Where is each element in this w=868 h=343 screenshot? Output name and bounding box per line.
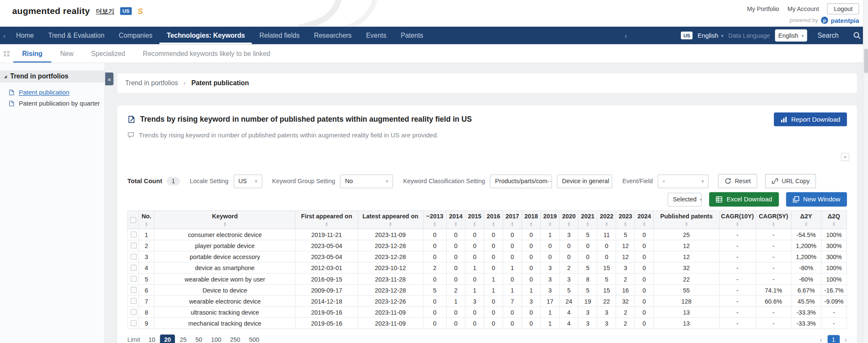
nav-scroll-right-icon[interactable]: › — [621, 27, 630, 45]
prev-page-button[interactable]: ‹ — [820, 335, 823, 343]
excel-download-button[interactable]: Excel Download — [709, 192, 779, 206]
sort-icons[interactable]: ▲▼ — [655, 221, 718, 227]
sort-desc-icon[interactable]: ▼ — [529, 224, 533, 227]
column-header-2020[interactable]: 2020▲▼ — [559, 211, 578, 229]
more-link[interactable]: 더보기 — [96, 7, 114, 15]
sort-desc-icon[interactable]: ▼ — [586, 224, 590, 227]
limit-option-50[interactable]: 50 — [192, 335, 206, 343]
my-portfolio-link[interactable]: My Portfolio — [747, 6, 779, 12]
sort-icons[interactable]: ▲▼ — [618, 221, 634, 227]
limit-option-25[interactable]: 25 — [176, 335, 190, 343]
column-header-2017[interactable]: 2017▲▼ — [503, 211, 522, 229]
sort-icons[interactable]: ▲▼ — [156, 221, 294, 227]
column-header-2014[interactable]: 2014▲▼ — [446, 211, 465, 229]
tab-new[interactable]: New — [51, 44, 82, 62]
filter-select-products-parts-com[interactable]: Products/parts/com···▾ — [490, 174, 552, 188]
row-checkbox[interactable] — [131, 298, 136, 304]
my-account-link[interactable]: My Account — [787, 6, 819, 12]
sort-icons[interactable]: ▲▼ — [140, 221, 153, 227]
url-copy-button[interactable]: URL Copy — [765, 174, 816, 188]
column-header-2018[interactable]: 2018▲▼ — [522, 211, 540, 229]
row-checkbox[interactable] — [131, 265, 136, 270]
nav-scroll-left-icon[interactable]: ‹ — [0, 27, 9, 45]
filter-select-us[interactable]: US▾ — [234, 174, 262, 188]
sort-desc-icon[interactable]: ▼ — [643, 224, 646, 227]
nav-item-home[interactable]: Home — [9, 27, 41, 45]
sort-desc-icon[interactable]: ▼ — [804, 224, 808, 227]
sort-desc-icon[interactable]: ▼ — [223, 224, 227, 227]
column-header-cagr-10y[interactable]: CAGR(10Y)▲▼ — [719, 211, 756, 229]
sort-icons[interactable]: ▲▼ — [561, 221, 577, 227]
filter-select-no[interactable]: No▾ — [340, 174, 393, 188]
sort-icons[interactable]: ▲▼ — [448, 221, 464, 227]
sort-icons[interactable]: ▲▼ — [504, 221, 520, 227]
column-header-keyword[interactable]: Keyword▲▼ — [154, 211, 296, 229]
row-checkbox[interactable] — [131, 243, 136, 248]
column-header-published-patents[interactable]: Published patents▲▼ — [654, 211, 719, 229]
sort-icons[interactable]: ▲▼ — [523, 221, 539, 227]
sort-icons[interactable]: ▲▼ — [757, 221, 790, 227]
nav-item-researchers[interactable]: Researchers — [307, 27, 359, 45]
column-header-2q[interactable]: Δ2Q▲▼ — [821, 211, 846, 229]
nav-item-technologies-keywords[interactable]: Technologies: Keywords — [160, 27, 252, 45]
grid-icon[interactable] — [0, 44, 13, 62]
column-header-2021[interactable]: 2021▲▼ — [578, 211, 597, 229]
limit-option-100[interactable]: 100 — [207, 335, 225, 343]
tab-recommended-keywords-likely-to-be-linked[interactable]: Recommended keywords likely to be linked — [134, 44, 279, 62]
nav-item-patents[interactable]: Patents — [394, 27, 431, 45]
sort-desc-icon[interactable]: ▼ — [832, 224, 836, 227]
limit-option-20[interactable]: 20 — [160, 335, 175, 343]
breadcrumb-parent[interactable]: Trend in portfolios — [125, 79, 178, 87]
column-header-cagr-5y[interactable]: CAGR(5Y)▲▼ — [756, 211, 791, 229]
row-checkbox[interactable] — [131, 276, 136, 282]
column-header-2019[interactable]: 2019▲▼ — [541, 211, 559, 229]
column-header-2024[interactable]: 2024▲▼ — [635, 211, 654, 229]
limit-option-500[interactable]: 500 — [245, 335, 263, 343]
sort-icons[interactable]: ▲▼ — [467, 221, 483, 227]
scrollbar-thumb[interactable] — [864, 49, 868, 73]
sort-desc-icon[interactable]: ▼ — [685, 224, 688, 227]
sort-desc-icon[interactable]: ▼ — [605, 224, 608, 227]
sort-icons[interactable]: ▲▼ — [425, 221, 445, 227]
sidebar-collapse-button[interactable]: « — [105, 73, 114, 85]
tab-rising[interactable]: Rising — [13, 44, 51, 62]
reset-button[interactable]: Reset — [718, 174, 757, 188]
column-header-2015[interactable]: 2015▲▼ — [465, 211, 484, 229]
current-page-button[interactable]: 1 — [827, 335, 840, 343]
sort-icons[interactable]: ▲▼ — [580, 221, 596, 227]
row-checkbox[interactable] — [131, 254, 136, 259]
sort-desc-icon[interactable]: ▼ — [567, 224, 570, 227]
panel-collapse-button[interactable]: ▾ — [841, 153, 849, 161]
sort-desc-icon[interactable]: ▼ — [325, 224, 328, 227]
sort-icons[interactable]: ▲▼ — [542, 221, 558, 227]
search-box[interactable]: Search — [818, 31, 861, 39]
sort-desc-icon[interactable]: ▼ — [389, 224, 392, 227]
page-scrollbar[interactable] — [863, 0, 868, 343]
report-download-button[interactable]: Report Download — [774, 112, 847, 126]
sort-icons[interactable]: ▲▼ — [823, 221, 846, 227]
selected-dropdown[interactable]: Selected ▾ — [668, 192, 702, 206]
nav-item-companies[interactable]: Companies — [111, 27, 159, 45]
next-page-button[interactable]: › — [845, 335, 847, 343]
sort-icons[interactable]: ▲▼ — [485, 221, 501, 227]
limit-option-10[interactable]: 10 — [145, 335, 159, 343]
sort-icons[interactable]: ▲▼ — [793, 221, 820, 227]
sort-desc-icon[interactable]: ▼ — [511, 224, 514, 227]
row-checkbox[interactable] — [131, 231, 136, 237]
logout-button[interactable]: Logout — [827, 3, 859, 14]
column-header-2y[interactable]: Δ2Y▲▼ — [791, 211, 821, 229]
sort-desc-icon[interactable]: ▼ — [736, 224, 739, 227]
filter-select-item[interactable]: -▾ — [658, 174, 709, 188]
column-header-first-appeared-on[interactable]: First appeared on▲▼ — [295, 211, 358, 229]
sidebar-item-patent-publication-by-quarter[interactable]: Patent publication by quarter — [0, 98, 105, 109]
sort-icons[interactable]: ▲▼ — [721, 221, 754, 227]
row-checkbox[interactable] — [131, 309, 136, 315]
sort-desc-icon[interactable]: ▼ — [473, 224, 476, 227]
nav-item-trend-evaluation[interactable]: Trend & Evaluation — [41, 27, 112, 45]
column-header-2023[interactable]: 2023▲▼ — [616, 211, 634, 229]
new-window-button[interactable]: New Window — [786, 192, 847, 206]
sort-desc-icon[interactable]: ▼ — [454, 224, 458, 227]
sort-icons[interactable]: ▲▼ — [598, 221, 615, 227]
sort-icons[interactable]: ▲▼ — [359, 221, 422, 227]
sort-icons[interactable]: ▲▼ — [636, 221, 652, 227]
